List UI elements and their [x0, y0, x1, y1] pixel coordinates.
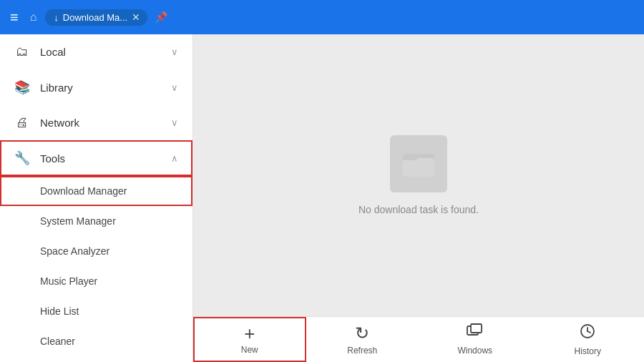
space-analyzer-label: Space Analyzer [40, 245, 109, 257]
sidebar-label-library: Library [40, 82, 161, 94]
new-label: New [241, 345, 258, 355]
refresh-label: Refresh [347, 346, 377, 356]
empty-folder-icon [390, 135, 447, 192]
empty-text: No download task is found. [358, 204, 479, 215]
bottom-bar: + New ↻ Refresh Windows [193, 316, 644, 362]
sidebar-item-music-player[interactable]: Music Player [0, 266, 192, 296]
sidebar-label-network: Network [40, 117, 161, 129]
sidebar-item-hide-list[interactable]: Hide List [0, 296, 192, 326]
history-button[interactable]: History [532, 317, 645, 362]
svg-rect-1 [403, 158, 434, 177]
windows-button[interactable]: Windows [419, 317, 532, 362]
tab-close-button[interactable]: ✕ [132, 12, 140, 22]
sidebar-item-tools[interactable]: 🔧 Tools ∧ [0, 140, 192, 176]
svg-line-7 [587, 331, 590, 333]
pin-icon[interactable]: 📌 [155, 11, 168, 24]
home-icon[interactable]: ⌂ [27, 8, 40, 26]
sidebar-label-local: Local [40, 46, 161, 58]
refresh-icon: ↻ [355, 323, 369, 343]
library-icon: 📚 [14, 79, 30, 95]
sidebar-item-space-analyzer[interactable]: Space Analyzer [0, 236, 192, 266]
refresh-button[interactable]: ↻ Refresh [306, 317, 419, 362]
tools-icon: 🔧 [14, 150, 30, 166]
sidebar-item-network[interactable]: 🖨 Network ∨ [0, 105, 192, 140]
history-icon [579, 323, 596, 344]
main-layout: 🗂 Local ∨ 📚 Library ∨ 🖨 Network ∨ 🔧 Tool… [0, 34, 644, 362]
sidebar-label-tools: Tools [40, 152, 161, 165]
tab-label: Download Ma... [63, 12, 127, 23]
local-icon: 🗂 [14, 44, 30, 59]
music-player-label: Music Player [40, 275, 97, 287]
chevron-library: ∨ [171, 82, 178, 93]
content-body: No download task is found. [193, 34, 644, 316]
download-tab-icon: ↓ [54, 12, 59, 23]
chevron-tools: ∧ [171, 153, 178, 164]
svg-rect-4 [471, 324, 482, 333]
sidebar-item-library[interactable]: 📚 Library ∨ [0, 69, 192, 105]
topbar-tab[interactable]: ↓ Download Ma... ✕ [45, 9, 147, 26]
system-manager-label: System Manager [40, 215, 116, 227]
sidebar: 🗂 Local ∨ 📚 Library ∨ 🖨 Network ∨ 🔧 Tool… [0, 34, 193, 362]
cleaner-label: Cleaner [40, 336, 75, 347]
network-icon: 🖨 [14, 115, 30, 130]
content-area: No download task is found. + New ↻ Refre… [193, 34, 644, 362]
hide-list-label: Hide List [40, 305, 79, 317]
new-icon: + [244, 324, 255, 343]
sidebar-item-local[interactable]: 🗂 Local ∨ [0, 34, 192, 69]
sidebar-item-system-manager[interactable]: System Manager [0, 206, 192, 236]
sidebar-item-download-manager[interactable]: Download Manager [0, 176, 192, 206]
download-manager-label: Download Manager [40, 185, 127, 197]
new-button[interactable]: + New [193, 317, 306, 362]
history-label: History [575, 346, 601, 356]
sidebar-item-cleaner[interactable]: Cleaner [0, 326, 192, 356]
windows-label: Windows [457, 346, 492, 356]
windows-icon [467, 323, 484, 343]
menu-icon[interactable]: ≡ [7, 6, 21, 29]
chevron-network: ∨ [171, 117, 178, 128]
svg-rect-2 [403, 157, 417, 160]
chevron-local: ∨ [171, 47, 178, 57]
topbar: ≡ ⌂ ↓ Download Ma... ✕ 📌 [0, 0, 644, 34]
